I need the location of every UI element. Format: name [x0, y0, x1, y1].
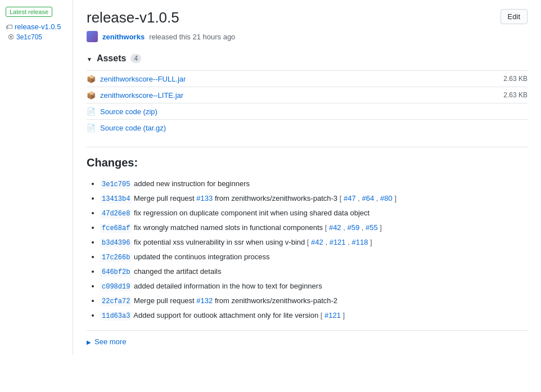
list-item: c098d19 added detailed information in th… [100, 281, 528, 292]
tag-icon: 🏷 [6, 23, 12, 31]
commit-text: fix potential xss vulnerability in ssr w… [134, 238, 307, 246]
edit-button[interactable]: Edit [501, 9, 528, 24]
commit-hash-link[interactable]: 646bf2b [100, 268, 132, 277]
assets-header[interactable]: Assets 4 [87, 53, 528, 64]
commit-text: Merge pull request [134, 194, 196, 202]
list-item: b3d4396 fix potential xss vulnerability … [100, 237, 528, 248]
asset-size-full-jar: 2.63 KB [503, 75, 528, 83]
sidebar-tag-row[interactable]: 🏷 release-v1.0.5 [6, 22, 67, 31]
see-more-button[interactable]: See more [87, 330, 528, 346]
commit-hash-link[interactable]: 22cfa72 [100, 297, 132, 306]
bracket: ] [343, 311, 345, 319]
changes-list: 3e1c705 added new instruction for beginn… [87, 178, 528, 321]
package-icon [87, 91, 96, 100]
release-header: release-v1.0.5 Edit [87, 9, 528, 26]
sidebar-commit-label: 3e1c705 [16, 33, 42, 41]
asset-link-lite-jar[interactable]: zenithworkscore--LITE.jar [100, 91, 183, 100]
sidebar-tag-label: release-v1.0.5 [15, 22, 61, 31]
assets-count: 4 [130, 54, 141, 63]
changes-title: Changes: [87, 156, 528, 169]
commit-text: fix wrongly matched named slots in funct… [134, 223, 325, 232]
asset-item: zenithworkscore--LITE.jar 2.63 KB [87, 87, 528, 103]
chevron-down-icon [87, 53, 92, 64]
list-item: 17c266b updated the continuos integratio… [100, 251, 528, 263]
package-icon [87, 74, 96, 83]
bracket: [ [307, 238, 311, 246]
commit-text: Added support for outlook attachment onl… [133, 311, 320, 319]
bracket: ] [370, 238, 372, 246]
list-item: 22cfa72 Merge pull request #132 from zen… [100, 295, 528, 307]
asset-left: zenithworkscore--LITE.jar [87, 91, 183, 100]
commit-hash-link[interactable]: 47d26e8 [100, 209, 132, 218]
commit-hash-link[interactable]: 3e1c705 [100, 180, 132, 189]
commit-hash-link[interactable]: 11d63a3 [100, 312, 132, 321]
bracket: , [376, 194, 380, 202]
release-title: release-v1.0.5 [87, 9, 179, 26]
list-item: 47d26e8 fix regression on duplicate comp… [100, 208, 528, 219]
pr-link[interactable]: #55 [366, 223, 378, 232]
asset-link-source-tgz[interactable]: Source code (tar.gz) [100, 124, 166, 132]
asset-size-lite-jar: 2.63 KB [503, 91, 528, 99]
bracket: [ [325, 223, 329, 232]
pr-link[interactable]: #42 [311, 238, 323, 246]
asset-left: Source code (zip) [87, 107, 157, 116]
pr-link[interactable]: #121 [330, 238, 346, 246]
pr-link[interactable]: #121 [324, 311, 341, 319]
pr-link[interactable]: #132 [196, 296, 213, 305]
author-link[interactable]: zenithworks [102, 33, 145, 41]
commit-hash-link[interactable]: 13413b4 [100, 195, 132, 204]
bracket: [ [321, 311, 324, 319]
commit-hash-link[interactable]: 17c266b [100, 253, 132, 262]
commit-hash-link[interactable]: fce68af [100, 224, 132, 233]
pr-link[interactable]: #59 [347, 223, 359, 232]
pr-link[interactable]: #118 [351, 238, 368, 246]
list-item: 13413b4 Merge pull request #133 from zen… [100, 193, 528, 204]
pr-link[interactable]: #42 [329, 223, 341, 232]
assets-section: Assets 4 zenithworkscore--FULL.jar 2.63 … [87, 53, 528, 136]
asset-item: zenithworkscore--FULL.jar 2.63 KB [87, 70, 528, 87]
assets-title: Assets [97, 53, 126, 64]
list-item: fce68af fix wrongly matched named slots … [100, 222, 528, 233]
pr-link[interactable]: #64 [362, 194, 374, 202]
asset-left: zenithworkscore--FULL.jar [87, 74, 186, 83]
zip-icon [87, 123, 96, 132]
release-meta-text: released this 21 hours ago [149, 33, 235, 41]
chevron-right-icon [87, 337, 91, 346]
avatar [87, 31, 98, 42]
asset-link-source-zip[interactable]: Source code (zip) [100, 107, 157, 116]
commit-text: updated the continuos integration proces… [134, 253, 269, 261]
asset-item: Source code (zip) [87, 103, 528, 119]
zip-icon [87, 107, 96, 116]
commit-text: from zenithworks/zenithworks-patch-2 [215, 296, 337, 305]
commit-text: added new instruction for beginners [134, 179, 250, 188]
commit-text: fix regression on duplicate component in… [134, 209, 369, 217]
bracket: ] [380, 223, 382, 232]
release-meta: zenithworks released this 21 hours ago [87, 31, 528, 42]
latest-release-badge[interactable]: Latest release [6, 7, 52, 17]
bracket: [ [340, 194, 344, 202]
bracket: ] [394, 194, 396, 202]
asset-item: Source code (tar.gz) [87, 119, 528, 136]
sidebar-commit-row[interactable]: ⦿ 3e1c705 [6, 33, 67, 41]
list-item: 3e1c705 added new instruction for beginn… [100, 178, 528, 190]
asset-link-full-jar[interactable]: zenithworkscore--FULL.jar [100, 75, 186, 83]
commit-hash-link[interactable]: c098d19 [100, 282, 132, 291]
commit-hash-link[interactable]: b3d4396 [100, 238, 132, 247]
list-item: 11d63a3 Added support for outlook attach… [100, 310, 528, 321]
bracket: , [325, 238, 329, 246]
pr-link[interactable]: #47 [344, 194, 356, 202]
see-more-label: See more [94, 337, 126, 346]
commit-icon: ⦿ [8, 34, 14, 40]
list-item: 646bf2b changed the artifact details [100, 266, 528, 277]
pr-link[interactable]: #80 [380, 194, 393, 202]
pr-link[interactable]: #133 [196, 194, 213, 202]
commit-text: from zenithworks/zenithworks-patch-3 [215, 194, 340, 202]
commit-text: added detailed information in the how to… [134, 282, 322, 290]
main-content: release-v1.0.5 Edit zenithworks released… [73, 0, 541, 355]
asset-left: Source code (tar.gz) [87, 123, 166, 132]
sidebar: Latest release 🏷 release-v1.0.5 ⦿ 3e1c70… [0, 0, 73, 355]
bracket: , [362, 223, 366, 232]
commit-text: changed the artifact details [134, 267, 221, 276]
commit-text: Merge pull request [134, 296, 196, 305]
changes-section: Changes: 3e1c705 added new instruction f… [87, 147, 528, 346]
